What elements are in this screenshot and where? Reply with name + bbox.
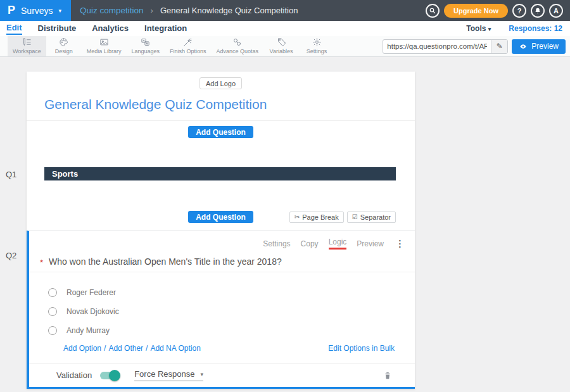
toolbar-item-settings[interactable]: Settings — [299, 36, 334, 56]
notifications-button[interactable] — [531, 4, 545, 18]
q1-section-header[interactable]: Sports — [44, 167, 396, 180]
preview-button[interactable]: Preview — [512, 39, 566, 54]
nav-right: Tools ▾ Responses: 12 — [466, 24, 564, 33]
option-label[interactable]: Andy Murray — [66, 326, 110, 335]
tools-label: Tools — [466, 24, 486, 33]
separator-icon: ☑ — [352, 213, 358, 220]
answer-option-row: Andy Murray — [48, 326, 415, 335]
toolbar-item-advance-quotas[interactable]: Advance Quotas — [211, 36, 263, 56]
spacer — [27, 180, 415, 211]
help-button[interactable]: ? — [512, 4, 526, 18]
upgrade-now-button[interactable]: Upgrade Now — [444, 4, 508, 18]
question-settings-link[interactable]: Settings — [263, 239, 290, 248]
scissors-icon: ✂ — [294, 213, 300, 220]
breadcrumb-current: General Knowledge Quiz Competition — [160, 6, 298, 15]
answer-option-row: Novak Djokovic — [48, 307, 415, 316]
eye-icon — [519, 43, 528, 50]
toolbar-item-design[interactable]: Design — [46, 36, 82, 56]
add-na-option-link[interactable]: Add NA Option — [150, 344, 200, 353]
question-copy-link[interactable]: Copy — [301, 239, 319, 248]
chevron-down-icon: ▾ — [201, 371, 204, 377]
toolbar-right: ✎ Preview — [383, 36, 570, 56]
question-number-q2: Q2 — [6, 251, 16, 260]
logo-section: Add Logo — [27, 72, 415, 89]
tab-analytics[interactable]: Analytics — [92, 23, 129, 34]
force-response-label: Force Response — [134, 369, 194, 379]
separator-label: Separator — [360, 213, 391, 221]
toolbar-item-languages[interactable]: Languages — [126, 36, 165, 56]
add-other-link[interactable]: Add Other — [108, 344, 143, 353]
validation-toggle[interactable] — [100, 372, 119, 379]
header-actions: Upgrade Now ? A — [426, 4, 570, 18]
add-question-section-top: Add Question — [27, 121, 415, 138]
workspace-icon — [22, 37, 32, 47]
gear-icon — [312, 37, 322, 47]
survey-title[interactable]: General Knowledge Quiz Competition — [44, 97, 397, 112]
toolbar-item-label: Languages — [131, 48, 160, 54]
page-break-button[interactable]: ✂ Page Break — [289, 212, 344, 223]
search-button[interactable] — [426, 4, 440, 18]
chain-links-icon — [232, 37, 242, 47]
chevron-down-icon: ▾ — [59, 8, 62, 14]
tab-integration[interactable]: Integration — [144, 23, 187, 34]
add-question-button-middle[interactable]: Add Question — [188, 211, 253, 223]
question-logic-link[interactable]: Logic — [329, 237, 347, 250]
add-option-link[interactable]: Add Option — [63, 344, 101, 353]
radio-button[interactable] — [48, 326, 57, 335]
product-label: Surveys — [21, 6, 53, 16]
trash-icon[interactable] — [383, 370, 392, 381]
edit-options-in-bulk-link[interactable]: Edit Options in Bulk — [328, 344, 395, 353]
add-question-button-top[interactable]: Add Question — [188, 126, 253, 138]
bell-icon — [534, 7, 542, 15]
question-mark-icon: ? — [517, 7, 522, 15]
question-block-q2: Settings Copy Logic Preview ⋮ * Who won … — [27, 231, 415, 389]
option-label[interactable]: Novak Djokovic — [66, 307, 119, 316]
toolbar-item-media-library[interactable]: Media Library — [82, 36, 127, 56]
top-header: P Surveys ▾ Quiz competition › General K… — [0, 0, 570, 21]
breadcrumb: Quiz competition › General Knowledge Qui… — [80, 6, 298, 15]
survey-card: Add Logo General Knowledge Quiz Competit… — [27, 72, 415, 389]
question-number-q1: Q1 — [6, 170, 16, 179]
breadcrumb-separator-icon: › — [151, 6, 153, 15]
surveys-menu[interactable]: P Surveys ▾ — [0, 0, 71, 21]
spacer — [27, 138, 415, 167]
account-avatar[interactable]: A — [549, 4, 563, 18]
radio-button[interactable] — [48, 288, 57, 297]
toolbar-item-label: Media Library — [87, 48, 122, 54]
image-icon — [99, 37, 109, 47]
tab-distribute[interactable]: Distribute — [38, 23, 77, 34]
tab-edit[interactable]: Edit — [6, 23, 22, 35]
palette-icon — [59, 37, 68, 47]
survey-url-field: ✎ — [383, 39, 508, 54]
survey-editor-canvas: Q1 Q2 Add Logo General Knowledge Quiz Co… — [0, 57, 570, 392]
edit-url-button[interactable]: ✎ — [491, 40, 507, 53]
kebab-menu-icon[interactable]: ⋮ — [395, 238, 405, 250]
add-question-row: Add Question ✂ Page Break ☑ Separator — [27, 211, 415, 223]
nav-tabs-bar: Edit Distribute Analytics Integration To… — [0, 21, 570, 36]
radio-button[interactable] — [48, 307, 57, 316]
toolbar-item-label: Finish Options — [170, 48, 206, 54]
toolbar-item-workspace[interactable]: Workspace — [8, 36, 46, 56]
link-separator: / — [146, 344, 148, 353]
translate-icon — [141, 37, 150, 47]
tools-dropdown[interactable]: Tools ▾ — [466, 24, 491, 33]
question-preview-link[interactable]: Preview — [357, 239, 384, 248]
question-text-row: * Who won the Australian Open Men's Titl… — [40, 256, 402, 268]
editor-toolbar: Workspace Design Media Library Languages… — [0, 36, 570, 57]
questionpro-logo: P — [8, 4, 15, 17]
breadcrumb-parent[interactable]: Quiz competition — [80, 6, 144, 15]
toolbar-item-label: Variables — [270, 48, 293, 54]
survey-url-input[interactable] — [383, 42, 491, 50]
toggle-knob — [109, 370, 120, 381]
toolbar-item-variables[interactable]: Variables — [263, 36, 299, 56]
option-label[interactable]: Roger Federer — [66, 288, 116, 297]
toolbar-item-label: Workspace — [13, 48, 41, 54]
answer-options: Roger Federer Novak Djokovic Andy Murray — [48, 288, 415, 335]
question-text[interactable]: Who won the Australian Open Men's Title … — [49, 256, 282, 267]
toolbar-item-finish-options[interactable]: Finish Options — [165, 36, 212, 56]
add-logo-button[interactable]: Add Logo — [200, 77, 242, 89]
responses-count[interactable]: Responses: 12 — [509, 24, 562, 33]
force-response-dropdown[interactable]: Force Response ▾ — [134, 369, 203, 381]
separator-button[interactable]: ☑ Separator — [347, 212, 396, 223]
search-icon — [429, 7, 436, 15]
